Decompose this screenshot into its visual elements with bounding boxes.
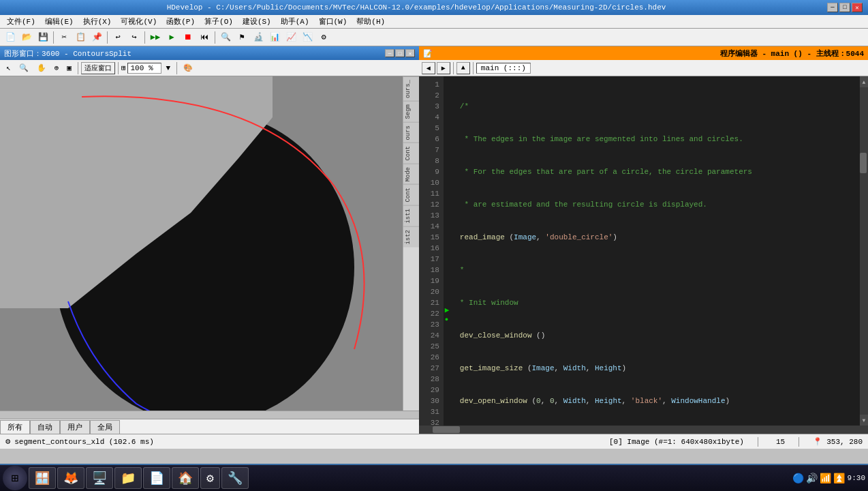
code-line-10: dev_open_window (0, 0, Width, Height, 'b… [460, 396, 856, 406]
run-button[interactable]: ▶▶ [148, 30, 163, 45]
nav-up-btn[interactable]: ▲ [456, 62, 470, 74]
taskbar-app-7[interactable]: ⚙ [200, 467, 220, 489]
ln-29: 29 [423, 385, 439, 396]
menu-functions[interactable]: 函数(P) [162, 15, 199, 28]
zoom-tool-2[interactable]: ⊕ [51, 62, 63, 74]
code-content[interactable]: /* * The edges in the image are segmente… [456, 76, 860, 426]
profiler-button[interactable]: 📊 [267, 30, 282, 45]
start-button[interactable]: ⊞ [3, 466, 27, 490]
ln-18: 18 [423, 265, 439, 276]
open-button[interactable]: 📂 [19, 30, 34, 45]
close-button[interactable]: ✕ [852, 3, 863, 12]
menu-execute[interactable]: 执行(X) [79, 15, 116, 28]
scroll-down-btn[interactable]: ▼ [860, 415, 868, 426]
title-bar-text: HDevelop - C:/Users/Public/Documents/MVT… [5, 3, 827, 12]
code-line-8: dev_close_window () [460, 330, 856, 341]
step-button[interactable]: ▶ [164, 30, 179, 45]
new-button[interactable]: 📄 [3, 30, 18, 45]
ln-6: 6 [423, 134, 439, 145]
redo-button[interactable]: ↪ [127, 30, 142, 45]
arrow-indicator: ▶ [445, 306, 450, 314]
save-button[interactable]: 💾 [35, 30, 50, 45]
zoom-in-tool[interactable]: 🔍 [16, 62, 32, 74]
taskbar-app-2[interactable]: 🦊 [57, 467, 84, 489]
h-scroll-thumb[interactable] [433, 426, 460, 433]
image-canvas[interactable] [0, 76, 403, 411]
scroll-track [860, 87, 868, 415]
undo-button[interactable]: ↩ [110, 30, 125, 45]
ed-sep [453, 62, 454, 74]
ln-31: 31 [423, 406, 439, 417]
image-h-scrollbar[interactable] [0, 411, 419, 419]
taskbar-app-5[interactable]: 📄 [143, 467, 170, 489]
ed-sep-2 [473, 62, 474, 74]
var-inspect-button[interactable]: 🔬 [251, 30, 266, 45]
tab-auto[interactable]: 自动 [30, 420, 60, 434]
menu-window[interactable]: 窗口(W) [315, 15, 352, 28]
img-close-btn[interactable]: ✕ [405, 49, 415, 57]
menu-bar: 文件(F) 编辑(E) 执行(X) 可视化(V) 函数(P) 算子(O) 建设(… [0, 15, 868, 29]
status-main-text: segment_contours_xld (102.6 ms) [14, 438, 154, 446]
taskbar-app-6[interactable]: 🏠 [172, 467, 199, 489]
editor-hscrollbar[interactable] [419, 426, 868, 434]
editor-main: 1 2 3 4 5 6 7 8 9 10 11 12 13 14 15 16 1… [419, 76, 868, 426]
minimize-button[interactable]: ─ [827, 3, 838, 12]
nav-forward-btn[interactable]: ▶ [437, 62, 450, 74]
panels-row: 图形窗口：3600 - ContoursSplit ─ □ ✕ ↖ 🔍 ✋ ⊕ … [0, 46, 868, 434]
tab-global[interactable]: 全局 [90, 420, 120, 434]
taskbar-app-4[interactable]: 📁 [114, 467, 142, 489]
scroll-thumb[interactable] [860, 153, 867, 173]
editor-vscrollbar[interactable]: ▲ ▼ [860, 76, 868, 426]
status-divider-2 [799, 437, 799, 447]
pointer-tool[interactable]: ↖ [3, 62, 14, 74]
image-window-container: 图形窗口：3600 - ContoursSplit ─ □ ✕ ↖ 🔍 ✋ ⊕ … [0, 46, 419, 434]
chart2-button[interactable]: 📉 [300, 30, 315, 45]
menu-assistant[interactable]: 助手(A) [277, 15, 313, 28]
cut-button[interactable]: ✂ [57, 30, 72, 45]
debug-button[interactable]: 🔍 [218, 30, 233, 45]
stop-button[interactable]: ⏹ [181, 30, 196, 45]
copy-button[interactable]: 📋 [73, 30, 88, 45]
chart-button[interactable]: 📈 [283, 30, 298, 45]
menu-help[interactable]: 帮助(H) [352, 15, 389, 28]
status-coords-icon: 📍 [813, 437, 822, 446]
tab-all[interactable]: 所有 [0, 420, 30, 434]
nav-back-btn[interactable]: ◀ [422, 62, 435, 74]
breakpoint-button[interactable]: ⚑ [234, 30, 249, 45]
editor-title-bar: 📝 程序编辑器 - main () - 主线程：5044 [419, 46, 868, 60]
image-status-bar: 所有 自动 用户 全局 [0, 419, 419, 434]
sys-icon-2: 🔊 [807, 473, 818, 483]
img-maximize-btn[interactable]: □ [395, 49, 405, 57]
roi-tool[interactable]: ▣ [63, 62, 75, 74]
menu-operators[interactable]: 算子(O) [200, 15, 237, 28]
reset-button[interactable]: ⏮ [197, 30, 212, 45]
tab-user[interactable]: 用户 [60, 420, 90, 434]
toolbar-sep-3 [144, 31, 145, 44]
taskbar-app-1[interactable]: 🪟 [29, 467, 56, 489]
toolbar-sep-2 [107, 31, 108, 44]
zoom-dropdown-btn[interactable]: ▼ [163, 63, 174, 74]
ln-26: 26 [423, 352, 439, 363]
color-picker-btn[interactable]: 🎨 [180, 62, 196, 74]
status-image-info: [0] Image (#=1: 640x480x1byte) [609, 438, 744, 446]
img-minimize-btn[interactable]: ─ [385, 49, 394, 57]
seg-label-6: Cont [403, 184, 419, 205]
menu-file[interactable]: 文件(F) [3, 15, 40, 28]
fit-window-btn[interactable]: 适应窗口 [81, 62, 115, 74]
menu-visualize[interactable]: 可视化(V) [117, 15, 161, 28]
ln-15: 15 [423, 232, 439, 243]
menu-build[interactable]: 建设(S) [238, 15, 275, 28]
menu-edit[interactable]: 编辑(E) [41, 15, 78, 28]
ln-19: 19 [423, 276, 439, 286]
taskbar-app-3[interactable]: 🖥️ [86, 467, 113, 489]
settings-button[interactable]: ⚙ [316, 30, 331, 45]
ln-16: 16 [423, 243, 439, 254]
ln-22: 22 [423, 308, 439, 319]
scroll-up-btn[interactable]: ▲ [860, 76, 868, 87]
taskbar-app-8[interactable]: 🔧 [221, 467, 249, 489]
maximize-button[interactable]: □ [839, 3, 850, 12]
paste-button[interactable]: 📌 [89, 30, 104, 45]
ln-9: 9 [423, 166, 439, 177]
code-line-7: * Init window [460, 297, 856, 308]
hand-tool[interactable]: ✋ [33, 62, 50, 74]
